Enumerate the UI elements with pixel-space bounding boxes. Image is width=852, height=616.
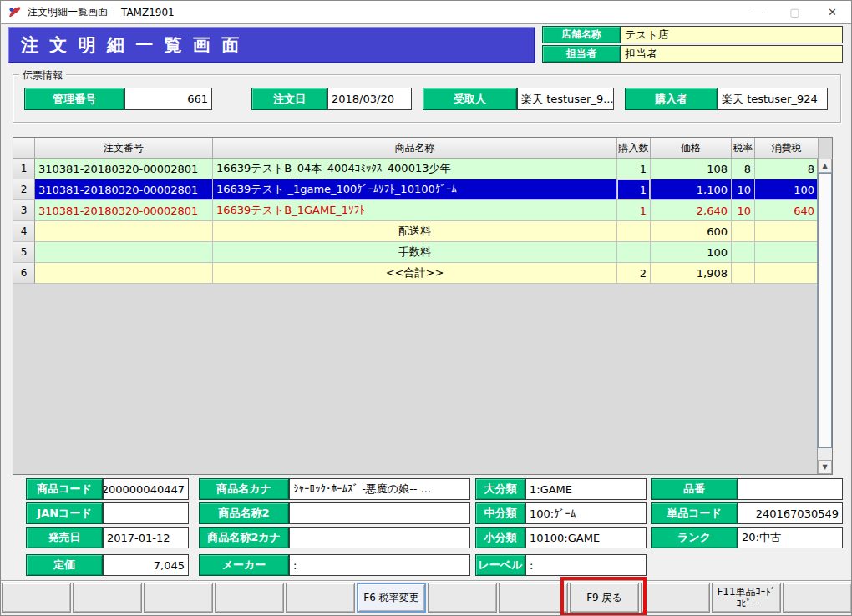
order-no-cell[interactable] [35,242,213,263]
table-row-selected[interactable]: 2 310381-20180320-00002801 16639テスト _1ga… [13,179,832,200]
divider [1,580,851,582]
order-no-header: 注文番号 [35,138,213,159]
staff-field[interactable]: 担当者 [621,45,843,63]
fkey-button-f10[interactable] [641,583,710,613]
scrollbar-thumb[interactable] [818,173,832,448]
order-no-cell[interactable]: 310381-20180320-00002801 [35,200,213,221]
fkey-button-f4[interactable] [215,583,284,613]
part-number-field[interactable] [738,478,843,500]
fkey-button-f1[interactable] [2,583,71,613]
price-cell[interactable]: 100 [651,242,732,263]
product-code-field[interactable]: 200000040447 [103,478,189,500]
tax-rate-cell[interactable]: 10 [732,179,755,200]
tax-rate-change-button[interactable]: F6 税率変更 [357,583,426,613]
recipient-field[interactable]: 楽天 testuser_9... [517,88,614,110]
release-date-field[interactable]: 2017-01-12 [103,527,189,548]
fkey-button-f7[interactable] [428,583,497,613]
table-row[interactable]: 5 手数料 100 [13,242,832,263]
tax-cell[interactable]: 8 [755,159,819,179]
tax-rate-cell[interactable]: 10 [732,200,755,221]
tax-rate-cell[interactable]: 8 [732,159,755,179]
unit-code-copy-button[interactable]: F11単品ｺｰﾄﾞ ｺﾋﾟｰ [712,583,781,613]
scroll-down-icon[interactable]: ▼ [818,460,832,474]
order-no-cell[interactable] [35,221,213,242]
price-cell[interactable]: 600 [651,221,732,242]
fkey-button-f3[interactable] [144,583,213,613]
fkey-button-f12[interactable] [783,583,852,613]
tax-rate-cell[interactable] [732,242,755,263]
table-row-total[interactable]: 6 <<合計>> 2 1,908 [13,263,832,284]
price-header: 価格 [651,138,732,159]
row-number-cell: 1 [13,159,35,179]
major-category-field[interactable]: 1:GAME [525,478,647,500]
title-bar: 注文明細一覧画面 TAMZ1901 — ▢ ✕ [1,1,851,24]
row-number-cell: 2 [13,179,35,200]
tax-cell[interactable] [755,263,819,284]
price-cell[interactable]: 1,908 [651,263,732,284]
vertical-scrollbar[interactable]: ▲ ▼ [817,159,832,474]
unit-code-field[interactable]: 240167030549 [738,502,843,524]
middle-category-field[interactable]: 100:ｹﾞｰﾑ [525,502,647,524]
product-name-cell[interactable]: 配送料 [213,221,617,242]
store-name-field[interactable]: テスト店 [621,26,843,43]
price-cell[interactable]: 1,100 [651,179,732,200]
label-label: レーベル [475,554,525,576]
qty-cell[interactable]: 2 [617,263,651,284]
table-row[interactable]: 1 310381-20180320-00002801 16639テストB_04本… [13,159,832,179]
qty-cell[interactable]: 1 [617,159,651,179]
qty-cell[interactable] [617,221,651,242]
unit-code-label: 単品コード [651,502,738,524]
product-name-kana-field[interactable]: ｼｬｰﾛｯｸ･ﾎｰﾑｽﾞ -悪魔の娘-- ... [289,478,470,500]
product-name-cell[interactable]: 16639テストB_04本_4004ｺﾐｯｸｽ_400013少年 [213,159,617,179]
price-cell[interactable]: 2,640 [651,200,732,221]
page-title: 注 文 明 細 一 覧 画 面 [8,27,535,63]
rank-field[interactable]: 20:中古 [738,527,843,548]
window-title: 注文明細一覧画面 [28,5,108,19]
order-no-cell[interactable]: 310381-20180320-00002801 [35,159,213,179]
label-field[interactable]: : [525,554,647,576]
product-name2-kana-field[interactable] [289,527,470,548]
tax-cell[interactable] [755,221,819,242]
jan-code-field[interactable] [103,502,189,524]
tax-cell[interactable] [755,242,819,263]
tax-rate-cell[interactable] [732,221,755,242]
order-date-field[interactable]: 2018/03/20 [327,88,412,110]
tax-rate-cell[interactable] [732,263,755,284]
close-icon[interactable]: ✕ [814,1,851,23]
back-button[interactable]: F9 戻る [570,583,639,613]
tax-cell[interactable]: 100 [755,179,819,200]
maker-field[interactable]: : [289,554,470,576]
product-code-label: 商品コード [26,478,103,500]
fkey-button-f2[interactable] [73,583,142,613]
fkey-button-f5[interactable] [286,583,355,613]
function-key-bar: F6 税率変更 F9 戻る F11単品ｺｰﾄﾞ ｺﾋﾟｰ [2,583,852,614]
row-number-cell: 5 [13,242,35,263]
tax-header: 消費税 [755,138,819,159]
product-name2-field[interactable] [289,502,470,524]
purchaser-field[interactable]: 楽天 testuser_924 [718,88,828,110]
tax-cell[interactable]: 640 [755,200,819,221]
control-number-field[interactable]: 661 [124,88,212,110]
minor-category-field[interactable]: 10100:GAME [525,527,647,548]
qty-cell[interactable]: 1 [617,179,651,200]
product-name-cell[interactable]: <<合計>> [213,263,617,284]
table-row[interactable]: 3 310381-20180320-00002801 16639テストB_1GA… [13,200,832,221]
order-detail-grid: 注文番号 商品名称 購入数 価格 税率 消費税 1 310381-2018032… [13,137,833,475]
product-name-kana-label: 商品名カナ [199,478,289,500]
product-name-cell[interactable]: 手数料 [213,242,617,263]
product-name-cell[interactable]: 16639テストB_1GAME_1ｿﾌﾄ [213,200,617,221]
qty-cell[interactable] [617,242,651,263]
fkey-button-f8[interactable] [499,583,568,613]
scroll-up-icon[interactable]: ▲ [818,159,832,173]
qty-cell[interactable]: 1 [617,200,651,221]
list-price-field[interactable]: 7,045 [103,554,189,576]
price-cell[interactable]: 108 [651,159,732,179]
staff-label: 担当者 [542,45,621,63]
product-name-cell[interactable]: 16639テスト _1game_100ｹﾞｰﾑｿﾌﾄ_10100ｹﾞｰﾑ [213,179,617,200]
table-row[interactable]: 4 配送料 600 [13,221,832,242]
maximize-icon[interactable]: ▢ [776,1,814,23]
minimize-icon[interactable]: — [738,1,776,23]
qty-header: 購入数 [617,138,651,159]
order-no-cell[interactable]: 310381-20180320-00002801 [35,179,213,200]
order-no-cell[interactable] [35,263,213,284]
